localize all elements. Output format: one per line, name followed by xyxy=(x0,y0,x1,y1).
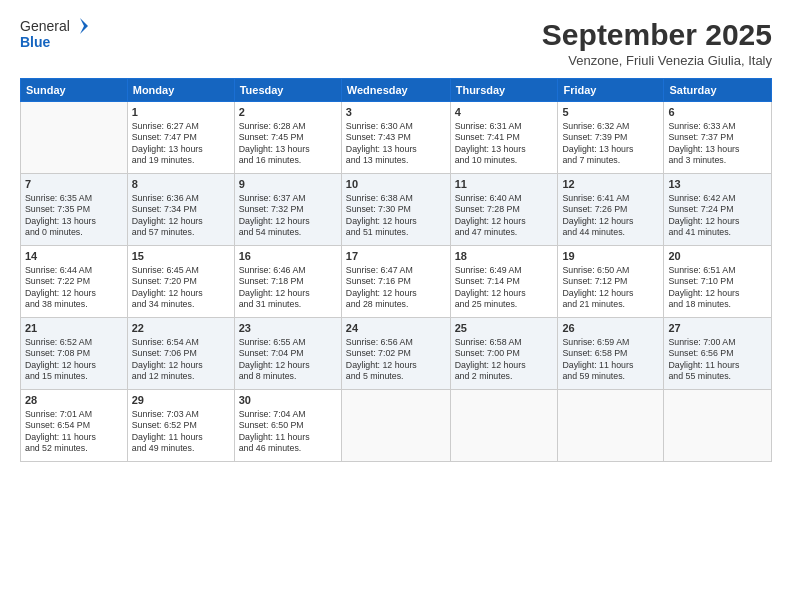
day-number: 11 xyxy=(455,177,554,192)
day-info-line: Daylight: 12 hours xyxy=(455,216,554,227)
day-number: 3 xyxy=(346,105,446,120)
day-info-line: Daylight: 12 hours xyxy=(132,360,230,371)
header-day-saturday: Saturday xyxy=(664,79,772,102)
day-info-line: and 57 minutes. xyxy=(132,227,230,238)
day-info-line: Sunset: 7:06 PM xyxy=(132,348,230,359)
calendar-week-row: 1Sunrise: 6:27 AMSunset: 7:47 PMDaylight… xyxy=(21,102,772,174)
day-info-line: Daylight: 12 hours xyxy=(239,288,337,299)
day-info: Sunrise: 6:31 AMSunset: 7:41 PMDaylight:… xyxy=(455,121,554,167)
day-info-line: Sunset: 7:22 PM xyxy=(25,276,123,287)
day-info-line: and 51 minutes. xyxy=(346,227,446,238)
day-info: Sunrise: 6:28 AMSunset: 7:45 PMDaylight:… xyxy=(239,121,337,167)
day-info-line: Daylight: 13 hours xyxy=(668,144,767,155)
header-day-tuesday: Tuesday xyxy=(234,79,341,102)
day-info-line: Sunset: 7:16 PM xyxy=(346,276,446,287)
day-info-line: and 28 minutes. xyxy=(346,299,446,310)
day-info-line: Sunrise: 6:30 AM xyxy=(346,121,446,132)
day-info-line: Daylight: 12 hours xyxy=(668,216,767,227)
day-info-line: Sunset: 7:34 PM xyxy=(132,204,230,215)
day-info-line: Sunrise: 6:51 AM xyxy=(668,265,767,276)
day-info: Sunrise: 6:59 AMSunset: 6:58 PMDaylight:… xyxy=(562,337,659,383)
day-info-line: Daylight: 12 hours xyxy=(668,288,767,299)
day-info-line: Sunrise: 7:00 AM xyxy=(668,337,767,348)
day-info: Sunrise: 7:01 AMSunset: 6:54 PMDaylight:… xyxy=(25,409,123,455)
day-info-line: Daylight: 13 hours xyxy=(239,144,337,155)
day-number: 18 xyxy=(455,249,554,264)
day-info-line: and 7 minutes. xyxy=(562,155,659,166)
day-info-line: Sunrise: 6:42 AM xyxy=(668,193,767,204)
day-info-line: Sunrise: 6:54 AM xyxy=(132,337,230,348)
day-info-line: Daylight: 12 hours xyxy=(25,360,123,371)
day-info-line: Sunrise: 6:35 AM xyxy=(25,193,123,204)
day-info-line: Sunrise: 6:33 AM xyxy=(668,121,767,132)
day-info-line: Sunrise: 6:32 AM xyxy=(562,121,659,132)
day-info-line: Sunset: 7:47 PM xyxy=(132,132,230,143)
day-info-line: and 13 minutes. xyxy=(346,155,446,166)
day-info-line: and 8 minutes. xyxy=(239,371,337,382)
day-info-line: and 5 minutes. xyxy=(346,371,446,382)
calendar-cell: 14Sunrise: 6:44 AMSunset: 7:22 PMDayligh… xyxy=(21,246,128,318)
calendar-cell: 11Sunrise: 6:40 AMSunset: 7:28 PMDayligh… xyxy=(450,174,558,246)
day-info: Sunrise: 6:32 AMSunset: 7:39 PMDaylight:… xyxy=(562,121,659,167)
calendar-cell: 13Sunrise: 6:42 AMSunset: 7:24 PMDayligh… xyxy=(664,174,772,246)
day-info: Sunrise: 6:49 AMSunset: 7:14 PMDaylight:… xyxy=(455,265,554,311)
calendar-cell: 23Sunrise: 6:55 AMSunset: 7:04 PMDayligh… xyxy=(234,318,341,390)
day-info-line: and 12 minutes. xyxy=(132,371,230,382)
calendar-cell: 4Sunrise: 6:31 AMSunset: 7:41 PMDaylight… xyxy=(450,102,558,174)
calendar-cell: 9Sunrise: 6:37 AMSunset: 7:32 PMDaylight… xyxy=(234,174,341,246)
day-info-line: and 2 minutes. xyxy=(455,371,554,382)
day-info-line: Sunset: 7:32 PM xyxy=(239,204,337,215)
day-info: Sunrise: 6:37 AMSunset: 7:32 PMDaylight:… xyxy=(239,193,337,239)
day-info-line: Sunrise: 6:38 AM xyxy=(346,193,446,204)
day-number: 28 xyxy=(25,393,123,408)
day-number: 8 xyxy=(132,177,230,192)
day-number: 24 xyxy=(346,321,446,336)
day-number: 16 xyxy=(239,249,337,264)
day-info: Sunrise: 6:46 AMSunset: 7:18 PMDaylight:… xyxy=(239,265,337,311)
day-info: Sunrise: 6:36 AMSunset: 7:34 PMDaylight:… xyxy=(132,193,230,239)
day-info-line: Sunset: 7:35 PM xyxy=(25,204,123,215)
day-info: Sunrise: 7:00 AMSunset: 6:56 PMDaylight:… xyxy=(668,337,767,383)
day-info-line: Sunrise: 6:55 AM xyxy=(239,337,337,348)
day-info-line: Sunset: 7:14 PM xyxy=(455,276,554,287)
calendar-cell: 29Sunrise: 7:03 AMSunset: 6:52 PMDayligh… xyxy=(127,390,234,462)
day-info-line: Sunset: 7:10 PM xyxy=(668,276,767,287)
calendar-cell: 24Sunrise: 6:56 AMSunset: 7:02 PMDayligh… xyxy=(341,318,450,390)
day-info-line: Daylight: 13 hours xyxy=(562,144,659,155)
day-number: 19 xyxy=(562,249,659,264)
day-info-line: and 15 minutes. xyxy=(25,371,123,382)
day-info: Sunrise: 6:45 AMSunset: 7:20 PMDaylight:… xyxy=(132,265,230,311)
day-info-line: Sunrise: 6:40 AM xyxy=(455,193,554,204)
calendar-cell: 1Sunrise: 6:27 AMSunset: 7:47 PMDaylight… xyxy=(127,102,234,174)
day-info: Sunrise: 6:56 AMSunset: 7:02 PMDaylight:… xyxy=(346,337,446,383)
day-info-line: Sunrise: 6:49 AM xyxy=(455,265,554,276)
calendar-cell: 5Sunrise: 6:32 AMSunset: 7:39 PMDaylight… xyxy=(558,102,664,174)
day-info-line: Sunset: 7:41 PM xyxy=(455,132,554,143)
logo-general: General xyxy=(20,18,70,34)
logo-container: General Blue xyxy=(20,18,88,50)
day-info-line: Daylight: 12 hours xyxy=(346,216,446,227)
day-info-line: Sunset: 6:56 PM xyxy=(668,348,767,359)
day-number: 22 xyxy=(132,321,230,336)
day-info-line: Sunrise: 6:28 AM xyxy=(239,121,337,132)
day-number: 23 xyxy=(239,321,337,336)
day-info-line: and 54 minutes. xyxy=(239,227,337,238)
day-info-line: and 10 minutes. xyxy=(455,155,554,166)
calendar-cell xyxy=(664,390,772,462)
day-info-line: Sunset: 6:54 PM xyxy=(25,420,123,431)
day-info: Sunrise: 6:50 AMSunset: 7:12 PMDaylight:… xyxy=(562,265,659,311)
day-number: 1 xyxy=(132,105,230,120)
calendar-cell: 15Sunrise: 6:45 AMSunset: 7:20 PMDayligh… xyxy=(127,246,234,318)
day-info: Sunrise: 6:30 AMSunset: 7:43 PMDaylight:… xyxy=(346,121,446,167)
calendar-cell: 18Sunrise: 6:49 AMSunset: 7:14 PMDayligh… xyxy=(450,246,558,318)
day-number: 29 xyxy=(132,393,230,408)
header-day-sunday: Sunday xyxy=(21,79,128,102)
day-info-line: Daylight: 12 hours xyxy=(455,288,554,299)
day-info-line: Daylight: 13 hours xyxy=(25,216,123,227)
day-info-line: Sunrise: 7:03 AM xyxy=(132,409,230,420)
day-info-line: Daylight: 12 hours xyxy=(132,288,230,299)
day-info-line: Sunset: 7:39 PM xyxy=(562,132,659,143)
day-number: 13 xyxy=(668,177,767,192)
day-info-line: Sunset: 6:58 PM xyxy=(562,348,659,359)
day-info-line: Daylight: 11 hours xyxy=(239,432,337,443)
